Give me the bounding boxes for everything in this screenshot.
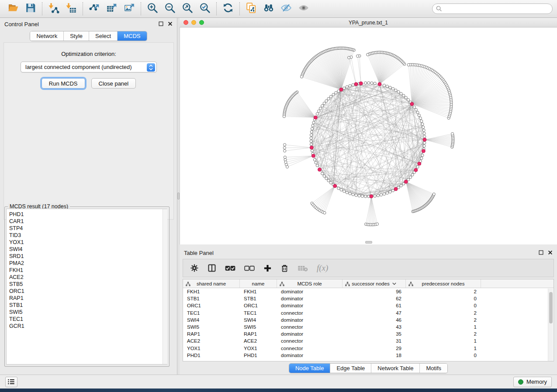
table-row[interactable]: FKH1FKH1dominator962: [183, 288, 554, 295]
network-node[interactable]: [311, 127, 313, 130]
cell-name[interactable]: FKH1: [240, 289, 277, 294]
cell-shared-name[interactable]: SWI4: [183, 317, 240, 323]
cell-shared-name[interactable]: YOX1: [183, 346, 240, 351]
network-node[interactable]: [346, 86, 348, 88]
network-node[interactable]: [389, 191, 391, 193]
network-node[interactable]: [423, 141, 426, 144]
mcds-result-item[interactable]: YOX1: [9, 239, 167, 246]
mcds-dominator-node[interactable]: [339, 88, 343, 91]
network-leaf-node[interactable]: [367, 53, 369, 56]
network-node[interactable]: [367, 82, 370, 84]
import-table-button[interactable]: [62, 1, 80, 16]
mcds-dominator-node[interactable]: [370, 195, 373, 198]
network-node[interactable]: [377, 194, 379, 197]
network-node[interactable]: [386, 85, 388, 88]
cell-predecessor-nodes[interactable]: 2: [406, 317, 481, 323]
network-node[interactable]: [420, 157, 423, 160]
network-node[interactable]: [316, 113, 318, 115]
network-node[interactable]: [364, 82, 367, 84]
cell-predecessor-nodes[interactable]: 0: [406, 303, 481, 308]
network-node[interactable]: [386, 192, 388, 194]
zoom-fit-button[interactable]: [179, 1, 196, 16]
deselect-all-rows-button[interactable]: [244, 265, 255, 271]
network-node[interactable]: [423, 144, 426, 147]
zoom-in-button[interactable]: [144, 1, 161, 16]
import-network-button[interactable]: [45, 1, 62, 16]
hide-selected-button[interactable]: [277, 1, 295, 16]
network-node[interactable]: [418, 114, 420, 117]
network-node[interactable]: [394, 89, 397, 92]
task-history-button[interactable]: [5, 377, 17, 387]
network-node[interactable]: [315, 162, 317, 164]
network-node[interactable]: [423, 132, 426, 135]
network-leaf-node[interactable]: [284, 150, 286, 152]
column-header-predecessor-nodes[interactable]: predecessor nodes: [406, 279, 481, 288]
cell-shared-name[interactable]: STB1: [183, 296, 240, 301]
network-node[interactable]: [415, 108, 417, 111]
network-node[interactable]: [423, 135, 426, 138]
mcds-result-item[interactable]: SRD1: [9, 253, 167, 260]
cell-name[interactable]: STB1: [240, 296, 277, 301]
network-node[interactable]: [310, 134, 312, 136]
mcds-result-item[interactable]: FKH1: [9, 267, 167, 274]
network-graph[interactable]: [180, 28, 557, 244]
cell-MCDS-role[interactable]: dominator: [277, 289, 343, 294]
mcds-result-item[interactable]: STP4: [9, 225, 167, 232]
refresh-button[interactable]: [219, 1, 237, 16]
mcds-result-item[interactable]: STB1: [9, 302, 167, 309]
mcds-result-item[interactable]: ACE2: [9, 274, 167, 281]
network-canvas[interactable]: [180, 28, 557, 244]
mcds-result-item[interactable]: SWI5: [9, 309, 167, 316]
toggle-column-view-button[interactable]: [208, 264, 216, 272]
network-node[interactable]: [343, 87, 346, 89]
mcds-dominator-node[interactable]: [418, 162, 421, 165]
tab-edge-table[interactable]: Edge Table: [330, 364, 371, 373]
cell-successor-nodes[interactable]: 43: [343, 324, 406, 330]
mcds-result-item[interactable]: CAR1: [9, 218, 167, 225]
network-node[interactable]: [313, 158, 316, 161]
cell-MCDS-role[interactable]: connector: [277, 324, 343, 330]
network-node[interactable]: [316, 164, 318, 167]
network-node[interactable]: [380, 193, 382, 196]
cell-shared-name[interactable]: ACE2: [183, 338, 240, 344]
cell-shared-name[interactable]: FKH1: [183, 289, 240, 294]
network-node[interactable]: [349, 192, 351, 195]
network-node[interactable]: [416, 111, 419, 114]
network-leaf-node[interactable]: [376, 223, 378, 225]
cell-MCDS-role[interactable]: dominator: [277, 353, 343, 358]
table-row[interactable]: SWI4SWI4dominator462: [183, 316, 554, 323]
network-node[interactable]: [319, 107, 322, 110]
network-leaf-node[interactable]: [283, 147, 286, 149]
cell-successor-nodes[interactable]: 46: [343, 317, 406, 323]
cell-name[interactable]: ACE2: [240, 338, 277, 344]
mcds-dominator-node[interactable]: [333, 184, 337, 188]
cell-predecessor-nodes[interactable]: 1: [406, 324, 481, 330]
export-network-button[interactable]: [86, 1, 103, 16]
cell-successor-nodes[interactable]: 47: [343, 310, 406, 316]
cell-predecessor-nodes[interactable]: 0: [406, 353, 481, 358]
table-scrollbar-thumb[interactable]: [549, 292, 553, 323]
network-node[interactable]: [352, 83, 354, 86]
network-node[interactable]: [327, 179, 330, 182]
table-row[interactable]: YOX1YOX1connector291: [183, 345, 554, 352]
mcds-result-list[interactable]: PHD1CAR1STP4TID3YOX1SWI4SRD1PMA2FKH1ACE2…: [6, 209, 167, 364]
network-node[interactable]: [374, 82, 376, 85]
table-scrollbar[interactable]: [548, 289, 553, 361]
mcds-result-item[interactable]: PMA2: [9, 260, 167, 267]
network-node[interactable]: [413, 106, 415, 108]
mcds-dominator-node[interactable]: [404, 180, 408, 183]
network-node[interactable]: [310, 131, 313, 133]
network-node[interactable]: [343, 190, 346, 193]
network-leaf-node[interactable]: [323, 212, 326, 214]
mcds-result-item[interactable]: PHD1: [9, 211, 167, 218]
tab-network-table[interactable]: Network Table: [371, 364, 420, 373]
mcds-result-item[interactable]: RAP1: [9, 295, 167, 302]
cell-MCDS-role[interactable]: connector: [277, 346, 343, 351]
cell-shared-name[interactable]: RAP1: [183, 331, 240, 337]
mcds-dominator-node[interactable]: [410, 102, 414, 106]
horizontal-splitter-grip[interactable]: [365, 241, 372, 244]
network-leaf-node[interactable]: [356, 55, 359, 57]
mcds-dominator-node[interactable]: [414, 168, 418, 172]
network-node[interactable]: [400, 184, 402, 187]
close-panel-button[interactable]: Close panel: [91, 78, 136, 89]
